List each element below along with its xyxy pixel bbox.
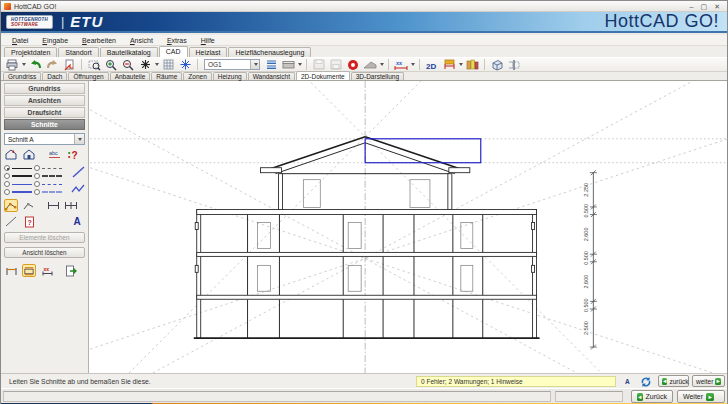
delete-elements-button[interactable]: Elemente löschen (4, 232, 85, 243)
save-all-button[interactable] (328, 58, 344, 71)
help-info-button[interactable]: ? (66, 148, 80, 161)
dimension-values-button[interactable]: xx (40, 264, 54, 277)
storey-dropdown[interactable] (250, 60, 259, 69)
back-button[interactable]: ◄ Zurück (631, 390, 673, 403)
label-tool-button[interactable]: abc (48, 148, 62, 161)
derive-section-button[interactable] (4, 148, 18, 161)
roof-tool-dropdown[interactable] (380, 63, 384, 66)
draw-line-button[interactable] (72, 164, 85, 182)
print-button[interactable] (4, 58, 20, 71)
zoom-window-button[interactable] (86, 58, 102, 71)
subtab-zonen[interactable]: Zonen (183, 72, 211, 80)
print-dropdown[interactable] (22, 63, 26, 66)
subtab-grundriss[interactable]: Grundriss (3, 72, 41, 80)
wall-display-dropdown[interactable] (298, 63, 302, 66)
palette-icon (466, 59, 479, 70)
view-button-grundriss[interactable]: Grundriss (4, 83, 85, 94)
storey-select[interactable]: OG1 (204, 59, 260, 70)
tab-projektdaten[interactable]: Projektdaten (4, 47, 57, 57)
menu-ansicht[interactable]: Ansicht (123, 37, 160, 44)
subtab-oeffnungen[interactable]: Öffnungen (68, 72, 108, 80)
subtab-2d-dokumente[interactable]: 2D-Dokumente (296, 71, 350, 80)
subtab-anbauteile[interactable]: Anbauteile (110, 72, 151, 80)
subtab-dach[interactable]: Dach (42, 72, 67, 80)
derive-view-button[interactable] (22, 148, 36, 161)
section-view-button[interactable] (506, 58, 522, 71)
line-style-radio-dashed-thin[interactable] (34, 165, 40, 171)
storey-list-button[interactable] (263, 58, 279, 71)
vertical-dimension-chain[interactable]: 2.2500.5002.6000.5002.6000.5002.500 (583, 170, 596, 349)
next-small-button[interactable]: weiter ► (692, 375, 725, 387)
section-select-dropdown[interactable] (74, 134, 84, 144)
view-button-schnitte[interactable]: Schnitte (4, 119, 85, 130)
roof-icon (363, 60, 377, 70)
logo-divider: | (61, 14, 64, 29)
tab-cad[interactable]: CAD (159, 46, 188, 57)
tab-bauteilkatalog[interactable]: Bauteilkatalog (100, 47, 158, 57)
close-button[interactable]: ✕ (714, 2, 720, 11)
dimension-style-dropdown[interactable] (459, 63, 463, 66)
chain-dimension-button[interactable] (64, 199, 78, 212)
check-button[interactable] (345, 58, 361, 71)
export-view-button[interactable] (64, 264, 78, 277)
tab-heizflaechenauslegung[interactable]: Heizflächenauslegung (228, 47, 311, 57)
line-style-radio-solid-thick[interactable] (4, 173, 10, 179)
snowflake-button[interactable] (177, 58, 193, 71)
next-button[interactable]: Weiter ► (677, 390, 725, 403)
measure-xx-dropdown[interactable] (411, 63, 415, 66)
wall-display-button[interactable] (280, 58, 296, 71)
line-style-radio-solid-thin[interactable] (4, 165, 10, 171)
tab-heizlast[interactable]: Heizlast (189, 47, 228, 57)
measure-polyline-button[interactable] (4, 199, 18, 212)
view-button-ansichten[interactable]: Ansichten (4, 95, 85, 106)
menu-datei[interactable]: Datei (5, 37, 35, 44)
grid-button[interactable] (160, 58, 176, 71)
snap-button[interactable] (137, 58, 153, 71)
tab-standort[interactable]: Standort (58, 47, 98, 57)
subtab-heizung[interactable]: Heizung (213, 72, 247, 80)
undo-button[interactable] (27, 58, 43, 71)
line-style-radio-dashed-thick[interactable] (34, 173, 40, 179)
line-style-radio-blue-dashdot[interactable] (34, 189, 40, 195)
section-select[interactable]: Schnitt A (4, 133, 85, 145)
drawing-canvas[interactable]: 2.2500.5002.6000.5002.6000.5002.500 (89, 81, 727, 373)
delete-view-button[interactable]: Ansicht löschen (4, 247, 85, 258)
menu-bearbeiten[interactable]: Bearbeiten (75, 37, 123, 44)
draw-polyline-button[interactable] (71, 181, 85, 199)
line-style-radio-blue-thin[interactable] (4, 181, 10, 187)
subtab-raeume[interactable]: Räume (151, 72, 182, 80)
component-colors-button[interactable] (464, 58, 480, 71)
apply-template-button[interactable] (61, 58, 77, 71)
3d-view-button[interactable] (489, 58, 505, 71)
dimension-outside-button[interactable] (4, 264, 18, 277)
sheet-properties-button[interactable]: ? (22, 215, 36, 228)
zoom-out-button[interactable] (120, 58, 136, 71)
menu-hilfe[interactable]: Hilfe (194, 37, 222, 44)
measure-polyline2-button[interactable] (22, 199, 36, 212)
dimension-storey-button[interactable] (22, 264, 36, 277)
text-tool-button[interactable]: A (74, 217, 81, 227)
dimension-style-button[interactable] (441, 58, 457, 71)
redo-button[interactable] (44, 58, 60, 71)
measure-xx-button[interactable]: xx (393, 58, 409, 71)
minimize-button[interactable]: – (690, 2, 694, 11)
refresh-button[interactable] (638, 375, 654, 388)
line-style-radio-blue-thick[interactable] (4, 189, 10, 195)
subtab-wandansicht[interactable]: Wandansicht (248, 72, 295, 80)
dimension-button[interactable] (46, 199, 60, 212)
2d-mode-button[interactable]: 2D (424, 58, 440, 71)
view-button-draufsicht[interactable]: Draufsicht (4, 107, 85, 118)
zoom-in-button[interactable] (103, 58, 119, 71)
save-section-button[interactable] (311, 58, 327, 71)
maximize-button[interactable]: ▢ (701, 2, 708, 11)
line-style-radio-blue-dashed[interactable] (34, 181, 40, 187)
measure-line-button[interactable] (4, 215, 18, 228)
menu-eingabe[interactable]: Eingabe (35, 37, 75, 44)
back-small-button[interactable]: ◄ zurück (658, 375, 689, 387)
subtab-3d-darstellung[interactable]: 3D-Darstellung (351, 72, 404, 80)
roof-tool-button[interactable] (362, 58, 378, 71)
construction-guides (90, 81, 728, 373)
menu-extras[interactable]: Extras (160, 37, 194, 44)
svg-text:xx: xx (43, 266, 49, 272)
snap-dropdown[interactable] (155, 63, 159, 66)
